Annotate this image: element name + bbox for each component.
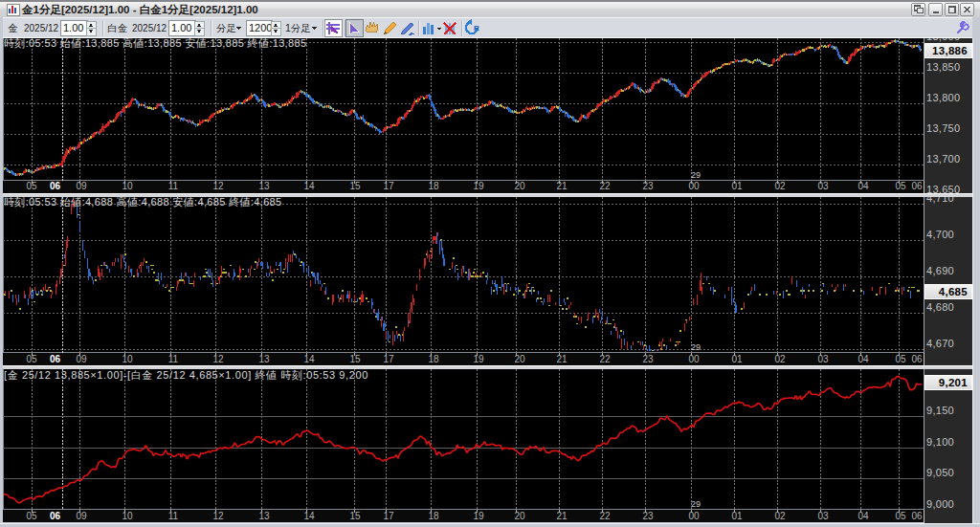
svg-text:4,690: 4,690 (926, 265, 954, 276)
svg-text:白金: 白金 (107, 22, 128, 33)
svg-text:21: 21 (556, 181, 568, 191)
svg-text:21: 21 (556, 354, 568, 364)
svg-text:06: 06 (911, 181, 923, 191)
svg-text:11: 11 (168, 511, 179, 521)
svg-text:13,750: 13,750 (926, 122, 960, 134)
svg-text:1分足: 1分足 (285, 22, 311, 33)
svg-text:22: 22 (599, 181, 611, 191)
svg-text:13: 13 (258, 181, 270, 191)
svg-text:01: 01 (731, 511, 743, 521)
svg-text:13,886: 13,886 (932, 45, 968, 56)
svg-text:18: 18 (428, 181, 439, 191)
svg-text:R: R (474, 24, 479, 33)
svg-text:14: 14 (303, 181, 315, 191)
svg-text:19: 19 (473, 511, 484, 521)
svg-text:4,685: 4,685 (939, 286, 969, 297)
svg-text:06: 06 (911, 354, 923, 364)
svg-text:22: 22 (599, 511, 611, 521)
svg-text:13,850: 13,850 (926, 61, 960, 73)
svg-text:9,100: 9,100 (926, 436, 954, 448)
svg-text:1.00: 1.00 (63, 22, 83, 33)
svg-text:23: 23 (642, 354, 654, 364)
svg-text:00: 00 (688, 354, 700, 364)
svg-text:13: 13 (258, 354, 270, 364)
svg-text:9,150: 9,150 (926, 405, 954, 416)
svg-text:15: 15 (349, 354, 361, 364)
svg-text:02: 02 (774, 181, 786, 191)
svg-text:29: 29 (691, 170, 701, 180)
svg-text:06: 06 (50, 511, 61, 521)
svg-text:23: 23 (642, 511, 654, 521)
svg-text:17: 17 (383, 511, 394, 521)
svg-text:04: 04 (858, 181, 869, 191)
svg-text:金: 金 (8, 22, 18, 33)
svg-text:12: 12 (212, 181, 224, 191)
svg-text:時刻:05:53 始値:4,688 高値:4,688 安値:: 時刻:05:53 始値:4,688 高値:4,688 安値:4,685 終値:4… (4, 196, 282, 208)
svg-text:10: 10 (122, 511, 133, 521)
svg-text:29: 29 (691, 499, 701, 509)
svg-text:02: 02 (774, 354, 786, 364)
svg-text:03: 03 (817, 354, 829, 364)
svg-text:9,050: 9,050 (926, 467, 954, 478)
svg-text:14: 14 (303, 354, 315, 364)
svg-text:11: 11 (168, 354, 179, 364)
svg-text:05: 05 (895, 181, 906, 191)
svg-text:03: 03 (817, 511, 829, 521)
svg-text:02: 02 (774, 511, 786, 521)
svg-text:[金 25/12 13,885×1.00]-[白金 25/1: [金 25/12 13,885×1.00]-[白金 25/12 4,685×1.… (4, 369, 368, 381)
svg-text:01: 01 (731, 354, 743, 364)
svg-text:22: 22 (599, 354, 611, 364)
svg-text:17: 17 (383, 181, 394, 191)
svg-text:03: 03 (817, 181, 829, 191)
svg-text:1.00: 1.00 (171, 22, 191, 33)
svg-text:18: 18 (428, 354, 439, 364)
svg-text:21: 21 (556, 511, 568, 521)
svg-text:05: 05 (895, 511, 906, 521)
svg-text:2025/12: 2025/12 (24, 23, 59, 33)
svg-text:10: 10 (122, 181, 133, 191)
svg-text:15: 15 (349, 511, 361, 521)
svg-text:9,201: 9,201 (939, 377, 969, 388)
svg-text:12: 12 (212, 354, 224, 364)
svg-text:2025/12: 2025/12 (132, 23, 167, 33)
svg-text:09: 09 (76, 511, 87, 521)
svg-text:4,700: 4,700 (926, 229, 954, 240)
svg-text:00: 00 (688, 181, 700, 191)
svg-text:11: 11 (168, 181, 179, 191)
svg-text:1200: 1200 (249, 22, 272, 33)
svg-text:12: 12 (212, 511, 224, 521)
svg-text:13: 13 (258, 511, 270, 521)
svg-text:4,670: 4,670 (926, 338, 954, 349)
svg-text:00: 00 (688, 511, 700, 521)
svg-text:06: 06 (50, 354, 61, 364)
svg-text:09: 09 (76, 354, 87, 364)
svg-text:分足: 分足 (216, 22, 236, 33)
svg-text:05: 05 (895, 354, 906, 364)
svg-text:13,800: 13,800 (926, 92, 960, 103)
svg-text:9,000: 9,000 (926, 498, 954, 510)
svg-text:金1分足[2025/12]1.00 - 白金1分足[2025: 金1分足[2025/12]1.00 - 白金1分足[2025/12]1.00 (21, 4, 258, 15)
svg-text:04: 04 (858, 354, 869, 364)
svg-text:06: 06 (50, 181, 61, 191)
svg-text:19: 19 (473, 354, 484, 364)
svg-text:09: 09 (76, 181, 87, 191)
svg-text:13,700: 13,700 (926, 153, 960, 165)
svg-text:時刻:05:53 始値:13,885 高値:13,885 安: 時刻:05:53 始値:13,885 高値:13,885 安値:13,885 終… (4, 37, 306, 49)
svg-text:15: 15 (349, 181, 361, 191)
svg-text:29: 29 (691, 342, 701, 352)
svg-text:17: 17 (383, 354, 394, 364)
svg-text:04: 04 (858, 511, 869, 521)
svg-text:14: 14 (303, 511, 315, 521)
svg-text:18: 18 (428, 511, 439, 521)
svg-text:10: 10 (122, 354, 133, 364)
svg-text:4,680: 4,680 (926, 301, 954, 313)
svg-text:01: 01 (731, 181, 743, 191)
svg-text:23: 23 (642, 181, 654, 191)
svg-text:06: 06 (911, 511, 923, 521)
svg-text:19: 19 (473, 181, 484, 191)
